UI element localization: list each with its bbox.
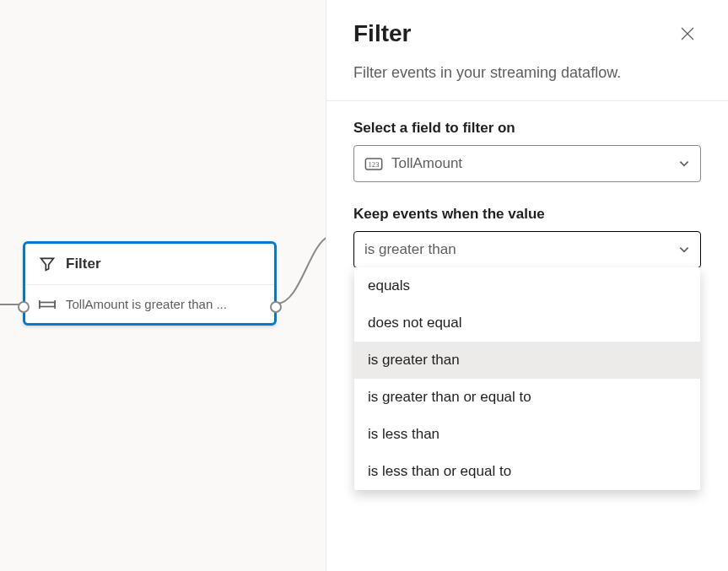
condition-option-equals[interactable]: equals xyxy=(354,267,700,304)
connector-curve xyxy=(275,236,329,388)
filter-node[interactable]: Filter TollAmount is greater than ... xyxy=(23,241,277,326)
condition-option-greater-than[interactable]: is greater than xyxy=(354,342,700,379)
dataflow-canvas[interactable]: Filter TollAmount is greater than ... xyxy=(0,0,326,571)
chevron-down-icon xyxy=(678,158,690,170)
funnel-icon xyxy=(39,256,56,272)
panel-divider xyxy=(326,100,728,101)
close-button[interactable] xyxy=(674,20,701,47)
svg-text:123: 123 xyxy=(369,159,380,168)
field-select-value: TollAmount xyxy=(391,155,678,172)
condition-option-not-equal[interactable]: does not equal xyxy=(354,304,700,342)
filter-node-title: Filter xyxy=(66,256,101,272)
svg-rect-0 xyxy=(40,302,55,306)
output-port[interactable] xyxy=(270,301,282,313)
chevron-down-icon xyxy=(678,244,690,256)
condition-dropdown: equals does not equal is greater than is… xyxy=(354,267,700,490)
condition-select-value: is greater than xyxy=(364,241,678,258)
field-select[interactable]: 123 TollAmount xyxy=(353,145,701,182)
condition-select-label: Keep events when the value xyxy=(353,206,701,223)
condition-option-less-equal[interactable]: is less than or equal to xyxy=(354,453,700,490)
filter-node-header: Filter xyxy=(25,244,274,284)
field-select-label: Select a field to filter on xyxy=(353,120,701,137)
number-type-icon: 123 xyxy=(364,158,383,170)
panel-title: Filter xyxy=(353,20,411,47)
filter-config-panel: Filter Filter events in your streaming d… xyxy=(326,0,728,571)
close-icon xyxy=(681,27,694,40)
condition-option-greater-equal[interactable]: is greater than or equal to xyxy=(354,379,700,416)
condition-option-less-than[interactable]: is less than xyxy=(354,416,700,453)
filter-node-body: TollAmount is greater than ... xyxy=(25,284,274,323)
filter-node-summary: TollAmount is greater than ... xyxy=(66,297,227,311)
condition-select[interactable]: is greater than equals does not equal is… xyxy=(353,231,701,268)
input-port[interactable] xyxy=(18,301,30,313)
operator-icon xyxy=(39,299,56,310)
panel-description: Filter events in your streaming dataflow… xyxy=(353,64,701,82)
